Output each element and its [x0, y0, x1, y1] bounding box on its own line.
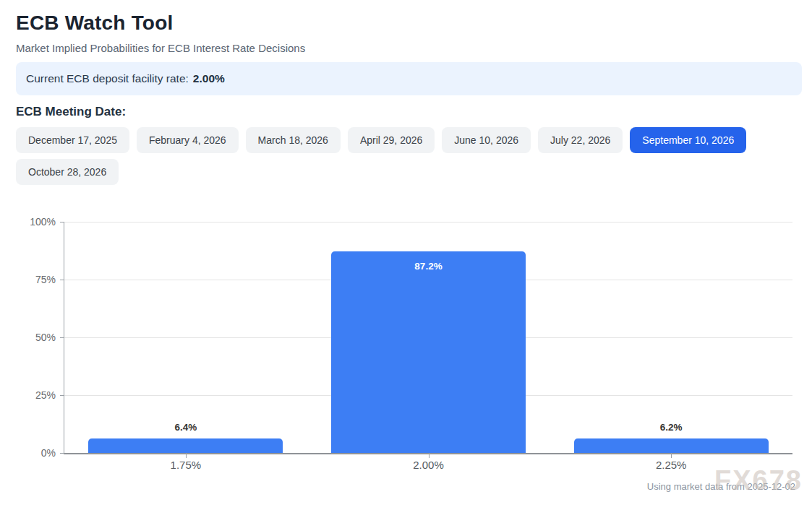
y-axis-label: 50% — [12, 330, 56, 345]
x-axis-tick — [429, 453, 429, 458]
meeting-date-button[interactable]: March 18, 2026 — [246, 127, 341, 153]
bar-value-label: 6.2% — [620, 422, 722, 433]
gridline — [64, 222, 792, 222]
y-axis-label: 100% — [12, 215, 56, 229]
meeting-date-button[interactable]: June 10, 2026 — [442, 127, 531, 153]
probability-bar[interactable] — [331, 251, 526, 453]
y-axis-tick — [60, 337, 64, 338]
meeting-date-button[interactable]: July 22, 2026 — [538, 127, 623, 153]
ecb-watch-tool-page: ECB Watch Tool Market Implied Probabilit… — [0, 0, 812, 510]
meeting-date-button[interactable]: February 4, 2026 — [137, 127, 239, 153]
current-rate-value: 2.00% — [193, 72, 225, 85]
meeting-date-button[interactable]: September 10, 2026 — [630, 127, 746, 153]
x-axis-tick — [186, 453, 187, 458]
y-axis-tick — [60, 222, 64, 222]
meeting-date-list: December 17, 2025February 4, 2026March 1… — [16, 127, 768, 185]
data-source-note: Using market data from 2025-12-02 — [647, 481, 795, 492]
bar-value-label: 6.4% — [135, 422, 236, 433]
probability-bar[interactable] — [88, 438, 283, 453]
meeting-date-button[interactable]: October 28, 2026 — [16, 159, 119, 185]
y-axis-tick — [60, 395, 64, 396]
x-axis-label: 2.25% — [613, 459, 729, 471]
bar-value-label: 87.2% — [378, 261, 479, 272]
current-rate-banner: Current ECB deposit facility rate: 2.00% — [16, 62, 802, 95]
x-axis-label: 2.00% — [371, 459, 487, 471]
page-title: ECB Watch Tool — [16, 0, 812, 35]
meeting-date-heading: ECB Meeting Date: — [16, 105, 812, 119]
meeting-date-button[interactable]: April 29, 2026 — [348, 127, 435, 153]
y-axis-tick — [60, 280, 64, 280]
current-rate-label: Current ECB deposit facility rate: — [26, 72, 189, 85]
y-axis-tick — [60, 453, 64, 454]
y-axis-label: 25% — [12, 388, 56, 402]
x-axis-label: 1.75% — [128, 459, 244, 471]
x-axis-tick — [671, 453, 672, 458]
meeting-date-button[interactable]: December 17, 2025 — [16, 127, 129, 153]
page-subtitle: Market Implied Probabilities for ECB Int… — [16, 42, 812, 54]
y-axis-label: 75% — [12, 272, 56, 287]
bar-chart: 0%25%50%75%100%6.4%1.75%87.2%2.00%6.2%2.… — [64, 222, 792, 454]
y-axis-label: 0% — [12, 446, 56, 460]
probability-bar[interactable] — [574, 438, 769, 453]
